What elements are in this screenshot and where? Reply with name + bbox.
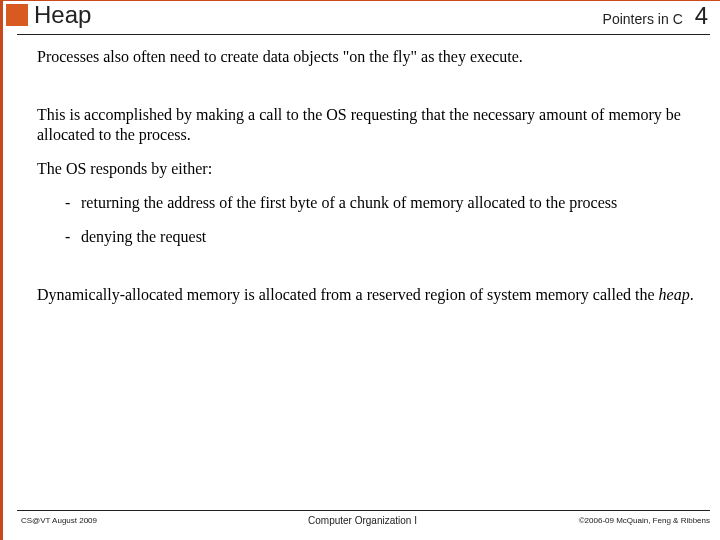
paragraph-3: The OS responds by either:	[37, 159, 696, 179]
paragraph-1: Processes also often need to create data…	[37, 47, 696, 67]
slide-title: Heap	[34, 1, 91, 29]
p4-em: heap	[659, 286, 690, 303]
footer-right: ©2006-09 McQuain, Feng & Ribbens	[579, 516, 710, 525]
bullet-text: denying the request	[81, 227, 206, 247]
paragraph-4: Dynamically-allocated memory is allocate…	[37, 285, 696, 305]
bullet-text: returning the address of the first byte …	[81, 193, 617, 213]
section-label: Pointers in C	[603, 11, 683, 27]
spacer	[37, 81, 696, 105]
footer: CS@VT August 2009 Computer Organization …	[15, 510, 710, 532]
page-number: 4	[695, 2, 708, 29]
header-rule	[17, 34, 710, 35]
body-content: Processes also often need to create data…	[37, 47, 696, 319]
p4-pre: Dynamically-allocated memory is allocate…	[37, 286, 659, 303]
header: Heap Pointers in C 4	[3, 1, 720, 35]
dash-icon: -	[65, 193, 81, 213]
dash-icon: -	[65, 227, 81, 247]
accent-box-icon	[6, 4, 28, 26]
slide: Heap Pointers in C 4 Processes also ofte…	[0, 0, 720, 540]
header-right: Pointers in C 4	[603, 2, 708, 30]
list-item: - returning the address of the first byt…	[65, 193, 696, 213]
spacer	[37, 261, 696, 285]
bullet-list: - returning the address of the first byt…	[65, 193, 696, 247]
list-item: - denying the request	[65, 227, 696, 247]
footer-rule	[17, 510, 710, 511]
p4-post: .	[690, 286, 694, 303]
paragraph-2: This is accomplished by making a call to…	[37, 105, 696, 145]
